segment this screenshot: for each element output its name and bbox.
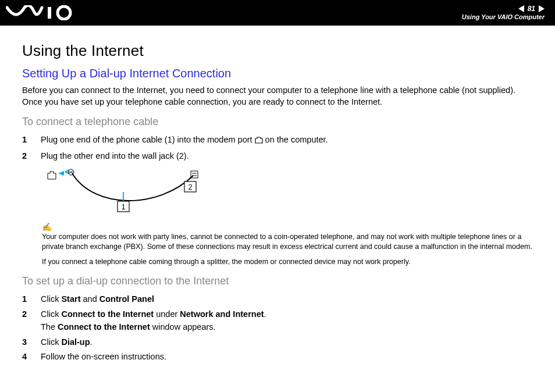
breadcrumb: Using Your VAIO Computer — [462, 13, 545, 21]
step-item: 1 Plug one end of the phone cable (1) in… — [22, 134, 533, 148]
next-page-arrow-icon[interactable] — [539, 5, 545, 12]
step-number: 3 — [22, 336, 30, 349]
prev-page-arrow-icon[interactable] — [518, 5, 524, 12]
step-number: 2 — [22, 308, 30, 334]
page-title: Using the Internet — [22, 42, 533, 60]
page-header: 81 Using Your VAIO Computer — [0, 0, 555, 26]
step-item: 4 Follow the on-screen instructions. — [22, 351, 533, 364]
step-text: Follow the on-screen instructions. — [41, 351, 533, 364]
note-text: If you connect a telephone cable coming … — [42, 257, 533, 267]
svg-point-1 — [58, 6, 70, 19]
intro-paragraph: Before you can connect to the Internet, … — [22, 85, 533, 108]
note-text: Your computer does not work with party l… — [42, 232, 533, 252]
step-text: Click Start and Control Panel — [41, 293, 533, 306]
step-number: 1 — [22, 134, 30, 148]
section-heading: Setting Up a Dial-up Internet Connection — [22, 67, 533, 80]
note-icon: ✍ — [42, 222, 533, 231]
step-number: 1 — [22, 293, 30, 306]
step-item: 3 Click Dial-up. — [22, 336, 533, 349]
vaio-logo — [6, 5, 76, 20]
step-item: 1 Click Start and Control Panel — [22, 293, 533, 306]
step-item: 2 Plug the other end into the wall jack … — [22, 150, 533, 163]
page-number: 81 — [528, 5, 535, 13]
step-text: Plug the other end into the wall jack (2… — [41, 150, 533, 163]
steps-dialup-setup: 1 Click Start and Control Panel 2 Click … — [22, 293, 533, 364]
step-text: Plug one end of the phone cable (1) into… — [41, 134, 533, 148]
diagram-label-2: 2 — [188, 183, 192, 191]
subsection-heading: To connect a telephone cable — [22, 116, 533, 128]
step-text: Click Connect to the Internet under Netw… — [41, 308, 533, 334]
svg-rect-0 — [48, 7, 51, 19]
note-block: ✍ Your computer does not work with party… — [42, 222, 533, 268]
steps-connect-cable: 1 Plug one end of the phone cable (1) in… — [22, 134, 533, 163]
header-right: 81 Using Your VAIO Computer — [462, 5, 545, 21]
subsection-heading: To set up a dial-up connection to the In… — [22, 275, 533, 287]
page-navigator: 81 — [462, 5, 545, 13]
diagram-label-1: 1 — [121, 202, 125, 211]
step-number: 4 — [22, 351, 30, 364]
step-text: Click Dial-up. — [41, 336, 533, 349]
step-item: 2 Click Connect to the Internet under Ne… — [22, 308, 533, 334]
svg-marker-2 — [58, 171, 64, 176]
page-content: Using the Internet Setting Up a Dial-up … — [0, 26, 555, 375]
modem-port-icon — [255, 135, 263, 148]
cable-diagram: 1 2 — [42, 169, 533, 218]
step-number: 2 — [22, 150, 30, 163]
